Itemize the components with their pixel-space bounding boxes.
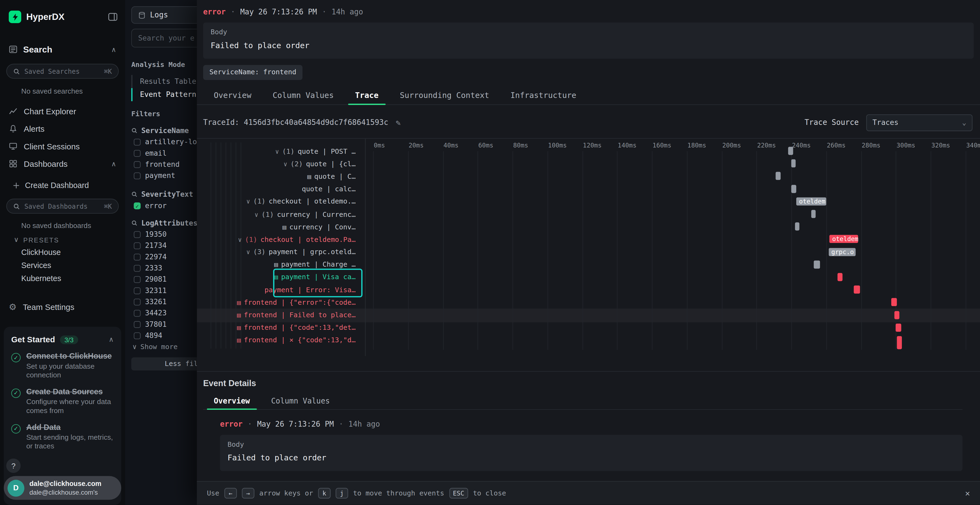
detail-tab[interactable]: Overview	[203, 86, 262, 105]
span-tree-row[interactable]: ∨ ▤ quote | C…	[197, 170, 365, 183]
span-tree-row[interactable]: ∨ (2) ▤ quote | {cl…	[197, 157, 365, 170]
checkbox[interactable]	[134, 138, 140, 145]
trace-span-bar[interactable]: grpc.o	[829, 248, 856, 256]
span-tree-row[interactable]: ∨ ▤ quote | calc…	[197, 183, 365, 195]
saved-dashboards-input[interactable]: Saved Dashboards ⌘K	[6, 199, 119, 214]
detail-tab[interactable]: Column Values	[262, 86, 344, 105]
trace-span-bar[interactable]	[791, 159, 796, 168]
span-tree-row[interactable]: ∨ ▤ frontend | × {"code":13,"d…	[197, 334, 365, 347]
checkbox[interactable]	[134, 231, 140, 238]
arrow-right-key: →	[242, 488, 254, 499]
sidebar-item-clickhouse[interactable]: ClickHouse	[21, 248, 61, 257]
trace-span-bar[interactable]: oteldem	[830, 235, 859, 243]
checkbox[interactable]	[134, 310, 140, 316]
span-tree-row[interactable]: ∨ (1) ▤ checkout | oteldemo.Pa…	[197, 233, 365, 246]
nav-label: Client Sessions	[24, 141, 116, 151]
collapse-sidebar-icon[interactable]	[108, 13, 117, 21]
chevron-down-icon[interactable]: ∨	[247, 249, 250, 256]
span-tree-row[interactable]: ∨ (1) ▤ currency | Currenc…	[197, 208, 365, 221]
get-started-item-desc: Configure where your data comes from	[26, 397, 113, 415]
chevron-down-icon[interactable]: ∨	[283, 160, 287, 167]
trace-span-bar[interactable]	[891, 298, 897, 306]
log-icon: ▤	[237, 337, 241, 344]
trace-span-bar[interactable]	[795, 222, 799, 231]
trace-span-bar[interactable]	[811, 210, 816, 218]
sidebar-item-chart-explorer[interactable]: Chart Explorer	[6, 103, 119, 119]
trace-span-bar[interactable]	[854, 286, 860, 294]
avatar: D	[8, 480, 24, 496]
get-started-header[interactable]: Get Started 3/3 ∧	[11, 335, 114, 344]
sidebar-item-alerts[interactable]: Alerts	[6, 121, 119, 137]
sidebar-item-client-sessions[interactable]: Client Sessions	[6, 138, 119, 154]
edit-icon[interactable]: ✎	[396, 118, 401, 127]
event-details-title: Event Details	[203, 378, 256, 388]
checkbox[interactable]	[134, 242, 140, 249]
hyperdx-logo-icon	[9, 11, 21, 23]
trace-span-bar[interactable]: oteldem	[797, 197, 826, 205]
shortcut-badge: ⌘K	[104, 67, 112, 75]
trace-span-bar[interactable]	[894, 311, 899, 319]
trace-span-bar[interactable]	[788, 147, 793, 155]
timeline-tick-label: 220ms	[757, 142, 776, 149]
get-started-item[interactable]: ✓ Connect to ClickHouse Set up your data…	[11, 352, 114, 380]
presets-toggle[interactable]: ∨ PRESETS	[14, 236, 59, 244]
chevron-down-icon[interactable]: ∨	[255, 211, 258, 218]
span-tree-row[interactable]: ∨ ▤ frontend | {"code":13,"det…	[197, 322, 365, 334]
span-tree-row[interactable]: ∨ ▤ frontend | {"error":{"code…	[197, 296, 365, 309]
span-tree-row[interactable]: ∨ (1) ▤ checkout | oteldemo.…	[197, 195, 365, 208]
severity-badge: error	[203, 8, 226, 16]
get-started-item[interactable]: ✓ Create Data Sources Configure where yo…	[11, 387, 114, 415]
service-name-chip[interactable]: ServiceName: frontend	[203, 65, 302, 80]
timeline-tick-label: 40ms	[444, 142, 458, 149]
detail-tab[interactable]: Surrounding Context	[389, 86, 500, 105]
k-key: k	[318, 488, 331, 499]
create-dashboard-button[interactable]: Create Dashboard	[13, 179, 89, 192]
span-label: payment | grpc.oteld…	[269, 248, 356, 256]
sidebar-item-team-settings[interactable]: ⚙ Team Settings	[6, 299, 119, 315]
trace-span-bar[interactable]	[814, 260, 820, 268]
user-name: dale@clickhouse.com	[29, 480, 102, 488]
checkbox[interactable]	[134, 321, 140, 327]
trace-span-bar[interactable]	[838, 273, 843, 281]
checkbox[interactable]	[134, 161, 140, 168]
checkbox[interactable]	[134, 150, 140, 156]
user-menu[interactable]: D dale@clickhouse.com dale@clickhouse.co…	[4, 476, 121, 500]
saved-searches-input[interactable]: Saved Searches ⌘K	[6, 64, 119, 79]
span-tree-row[interactable]: ∨ (3) ▤ payment | grpc.oteld…	[197, 246, 365, 258]
sidebar-item-kubernetes[interactable]: Kubernetes	[21, 274, 61, 283]
log-icon: ▤	[283, 223, 286, 230]
sidebar: HyperDX Search ∧ Saved Searches ⌘K No sa…	[0, 0, 125, 505]
trace-source-select[interactable]: Traces ⌄	[866, 114, 972, 131]
checkbox[interactable]	[134, 202, 140, 209]
detail-tab[interactable]: Trace	[344, 86, 389, 105]
checkbox[interactable]	[134, 172, 140, 179]
checkbox[interactable]	[134, 264, 140, 271]
detail-tab[interactable]: Infrastructure	[500, 86, 587, 105]
close-icon[interactable]: ✕	[965, 488, 970, 498]
get-started-item[interactable]: ✓ Add Data Start sending logs, metrics, …	[11, 422, 114, 451]
trace-span-bar[interactable]	[896, 324, 901, 332]
checkbox[interactable]	[134, 276, 140, 283]
sidebar-item-services[interactable]: Services	[21, 261, 51, 270]
trace-span-bar[interactable]	[897, 336, 902, 349]
filter-option-label: payment	[145, 171, 175, 180]
checkbox[interactable]	[134, 332, 140, 339]
sidebar-item-dashboards[interactable]: Dashboards ∧	[6, 156, 119, 172]
source-select-button[interactable]: Logs	[131, 6, 207, 24]
drawer-footer: Use ← → arrow keys or k j to move throug…	[197, 481, 980, 505]
span-tree-row[interactable]: ∨ ▤ currency | Conv…	[197, 221, 365, 233]
event-details-tab[interactable]: Overview	[203, 394, 261, 409]
span-tree-row[interactable]: ∨ ▤ frontend | Failed to place…	[197, 309, 365, 321]
event-details-tab[interactable]: Column Values	[261, 394, 340, 409]
chevron-down-icon[interactable]: ∨	[247, 199, 250, 205]
trace-span-bar[interactable]	[776, 172, 781, 180]
checkbox[interactable]	[134, 298, 140, 305]
checkbox[interactable]	[134, 287, 140, 294]
trace-span-bar[interactable]	[791, 185, 797, 193]
help-button[interactable]: ?	[6, 459, 21, 473]
span-tree-row[interactable]: ∨ (1) ▤ quote | POST …	[197, 145, 365, 157]
checkbox[interactable]	[134, 253, 140, 260]
chevron-down-icon[interactable]: ∨	[275, 148, 279, 154]
chevron-down-icon[interactable]: ∨	[238, 236, 242, 243]
search-section-header[interactable]: Search ∧	[9, 43, 116, 56]
